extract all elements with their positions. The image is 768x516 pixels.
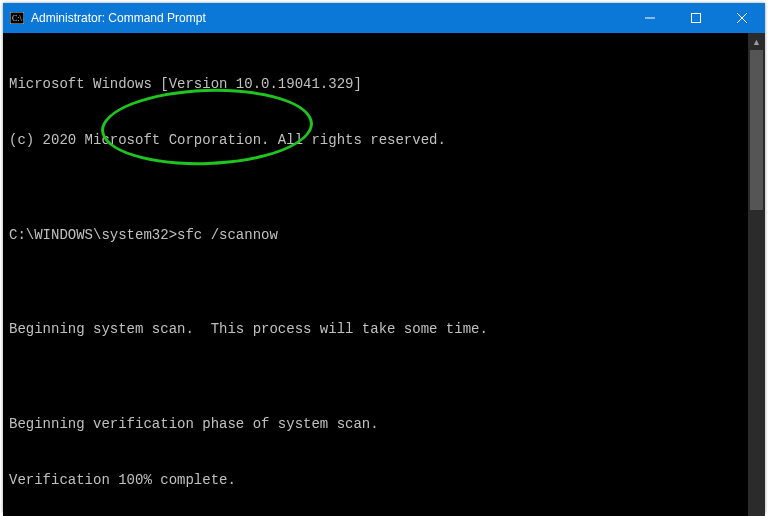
console-line: Beginning system scan. This process will…: [9, 320, 742, 339]
window-title: Administrator: Command Prompt: [31, 11, 206, 25]
cmd-icon: C:\: [9, 10, 25, 26]
scrollbar-track[interactable]: [748, 50, 765, 516]
console-output[interactable]: Microsoft Windows [Version 10.0.19041.32…: [3, 33, 748, 516]
scroll-up-button[interactable]: ▲: [748, 33, 765, 50]
close-button[interactable]: [719, 3, 765, 33]
console-line: Beginning verification phase of system s…: [9, 415, 742, 434]
client-area: Microsoft Windows [Version 10.0.19041.32…: [3, 33, 765, 516]
vertical-scrollbar[interactable]: ▲ ▼: [748, 33, 765, 516]
minimize-button[interactable]: [627, 3, 673, 33]
titlebar[interactable]: C:\ Administrator: Command Prompt: [3, 3, 765, 33]
command-prompt-window: C:\ Administrator: Command Prompt Micros…: [3, 3, 765, 513]
highlight-annotation: [100, 85, 315, 168]
svg-rect-3: [692, 14, 701, 23]
maximize-button[interactable]: [673, 3, 719, 33]
scrollbar-thumb[interactable]: [750, 50, 763, 210]
console-line: C:\WINDOWS\system32>sfc /scannow: [9, 226, 742, 245]
svg-text:C:\: C:\: [12, 14, 23, 23]
console-line: Microsoft Windows [Version 10.0.19041.32…: [9, 75, 742, 94]
console-line: Verification 100% complete.: [9, 471, 742, 490]
console-line: (c) 2020 Microsoft Corporation. All righ…: [9, 131, 742, 150]
